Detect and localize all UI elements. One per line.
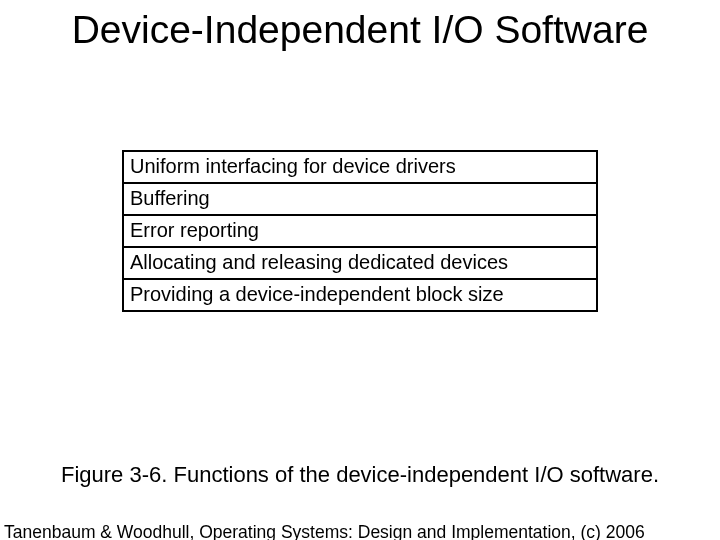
footer-citation: Tanenbaum & Woodhull, Operating Systems:… [4, 522, 645, 540]
figure-caption: Figure 3-6. Functions of the device-inde… [0, 462, 720, 488]
table: Uniform interfacing for device drivers B… [122, 150, 598, 312]
table-row: Uniform interfacing for device drivers [123, 151, 597, 183]
table-row: Buffering [123, 183, 597, 215]
table-row: Allocating and releasing dedicated devic… [123, 247, 597, 279]
page-title: Device-Independent I/O Software [0, 8, 720, 52]
cell: Error reporting [123, 215, 597, 247]
cell: Buffering [123, 183, 597, 215]
cell: Providing a device-independent block siz… [123, 279, 597, 311]
cell: Uniform interfacing for device drivers [123, 151, 597, 183]
functions-table: Uniform interfacing for device drivers B… [122, 150, 598, 312]
cell: Allocating and releasing dedicated devic… [123, 247, 597, 279]
table-row: Providing a device-independent block siz… [123, 279, 597, 311]
table-row: Error reporting [123, 215, 597, 247]
